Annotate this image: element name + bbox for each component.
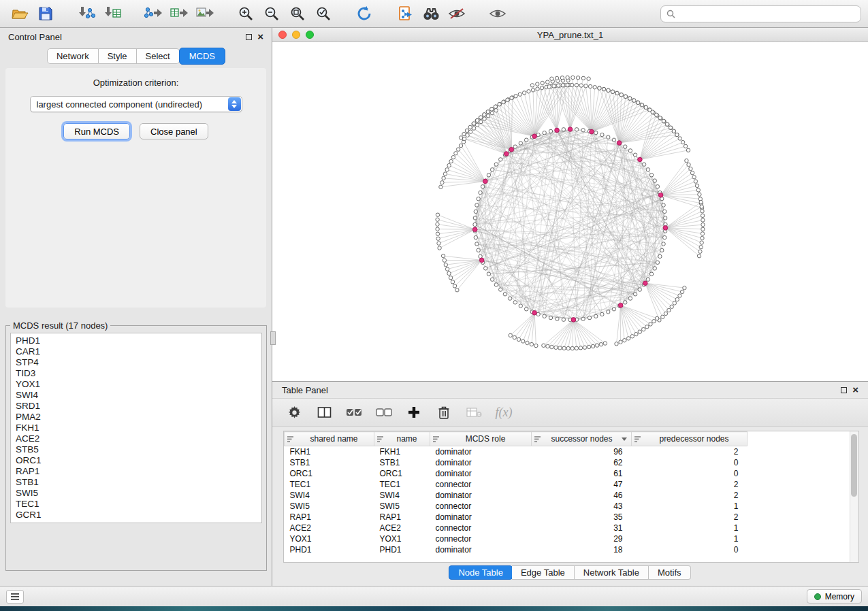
refresh-button[interactable]: [351, 2, 377, 25]
mcds-result-item[interactable]: TEC1: [16, 499, 257, 510]
mcds-result-item[interactable]: ORC1: [16, 455, 257, 466]
select-all-button[interactable]: [342, 401, 366, 424]
import-network-button[interactable]: [74, 2, 99, 25]
column-header-successor-nodes[interactable]: successor nodes: [532, 432, 632, 446]
window-minimize-icon[interactable]: [292, 31, 300, 39]
cell-predecessor-nodes[interactable]: 2: [632, 446, 748, 457]
cell-predecessor-nodes[interactable]: 2: [632, 490, 748, 501]
save-session-button[interactable]: [33, 2, 59, 25]
cell-predecessor-nodes[interactable]: 0: [632, 457, 748, 468]
deselect-all-button[interactable]: [372, 401, 396, 424]
table-row[interactable]: ACE2ACE2connector311: [285, 523, 748, 533]
mcds-result-item[interactable]: STB5: [16, 444, 257, 455]
cell-successor-nodes[interactable]: 31: [532, 523, 632, 533]
cell-mcds-role[interactable]: connector: [430, 501, 532, 512]
cell-predecessor-nodes[interactable]: 0: [632, 468, 748, 479]
search-input[interactable]: [679, 9, 855, 19]
window-zoom-icon[interactable]: [306, 31, 314, 39]
cell-mcds-role[interactable]: connector: [430, 523, 532, 533]
cell-successor-nodes[interactable]: 35: [532, 512, 632, 523]
mcds-result-item[interactable]: RAP1: [16, 466, 257, 477]
tab-network-table[interactable]: Network Table: [575, 565, 649, 580]
mcds-result-item[interactable]: YOX1: [16, 379, 257, 390]
export-network-button[interactable]: [140, 2, 166, 25]
tab-network[interactable]: Network: [47, 48, 99, 64]
function-builder-button[interactable]: f(x): [492, 401, 516, 424]
tab-select[interactable]: Select: [137, 48, 180, 64]
cell-successor-nodes[interactable]: 43: [532, 501, 632, 512]
cell-name[interactable]: YOX1: [374, 533, 430, 544]
table-scrollbar[interactable]: [850, 431, 858, 562]
close-table-panel-icon[interactable]: ×: [852, 386, 858, 394]
cell-successor-nodes[interactable]: 46: [532, 490, 632, 501]
cell-name[interactable]: FKH1: [374, 446, 430, 457]
cell-predecessor-nodes[interactable]: 1: [632, 523, 748, 533]
table-scrollbar-thumb[interactable]: [851, 434, 857, 497]
cell-shared-name[interactable]: PHD1: [285, 544, 374, 555]
table-row[interactable]: TEC1TEC1connector472: [285, 479, 748, 490]
hide-details-button[interactable]: [444, 2, 470, 25]
mcds-result-item[interactable]: TID3: [16, 368, 257, 379]
cell-name[interactable]: STB1: [374, 457, 430, 468]
mcds-result-item[interactable]: SRD1: [16, 401, 257, 412]
close-panel-icon[interactable]: ×: [257, 33, 263, 41]
close-mcds-panel-button[interactable]: Close panel: [140, 123, 208, 139]
zoom-fit-button[interactable]: [285, 2, 310, 25]
cell-predecessor-nodes[interactable]: 2: [632, 512, 748, 523]
cell-successor-nodes[interactable]: 62: [532, 457, 632, 468]
table-row[interactable]: ORC1ORC1dominator610: [285, 468, 748, 479]
cell-name[interactable]: ORC1: [374, 468, 430, 479]
cell-name[interactable]: TEC1: [374, 479, 430, 490]
cell-predecessor-nodes[interactable]: 1: [632, 501, 748, 512]
table-row[interactable]: SWI5SWI5connector431: [285, 501, 748, 512]
cell-predecessor-nodes[interactable]: 1: [632, 533, 748, 544]
cell-mcds-role[interactable]: dominator: [430, 457, 532, 468]
cell-successor-nodes[interactable]: 47: [532, 479, 632, 490]
import-table-button[interactable]: [99, 2, 125, 25]
cell-mcds-role[interactable]: connector: [430, 533, 532, 544]
delete-table-button[interactable]: [462, 401, 486, 424]
table-row[interactable]: STB1STB1dominator620: [285, 457, 748, 468]
cell-shared-name[interactable]: STB1: [285, 457, 374, 468]
cell-mcds-role[interactable]: dominator: [430, 446, 532, 457]
float-panel-icon[interactable]: [246, 34, 252, 40]
tab-style[interactable]: Style: [99, 48, 137, 64]
network-canvas[interactable]: [272, 42, 868, 381]
cell-shared-name[interactable]: YOX1: [285, 533, 374, 544]
split-pane-handle[interactable]: [270, 331, 276, 345]
tab-node-table[interactable]: Node Table: [449, 565, 513, 580]
mcds-result-list[interactable]: PHD1CAR1STP4TID3YOX1SWI4SRD1PMA2FKH1ACE2…: [10, 333, 262, 523]
table-settings-button[interactable]: [282, 401, 306, 424]
show-details-button[interactable]: [485, 2, 511, 25]
cell-successor-nodes[interactable]: 29: [532, 533, 632, 544]
cell-shared-name[interactable]: TEC1: [285, 479, 374, 490]
mcds-result-item[interactable]: PMA2: [16, 412, 257, 423]
tab-mcds[interactable]: MCDS: [179, 48, 225, 65]
cell-shared-name[interactable]: SWI5: [285, 501, 374, 512]
column-header-predecessor-nodes[interactable]: predecessor nodes: [632, 432, 748, 446]
status-menu-button[interactable]: [6, 590, 24, 604]
cell-successor-nodes[interactable]: 96: [532, 446, 632, 457]
find-button[interactable]: [418, 2, 444, 25]
cell-predecessor-nodes[interactable]: 0: [632, 544, 748, 555]
column-visibility-button[interactable]: [312, 401, 336, 424]
cell-predecessor-nodes[interactable]: 2: [632, 479, 748, 490]
open-file-button[interactable]: [7, 2, 33, 25]
cell-successor-nodes[interactable]: 18: [532, 544, 632, 555]
cell-name[interactable]: RAP1: [374, 512, 430, 523]
cell-mcds-role[interactable]: dominator: [430, 544, 532, 555]
zoom-selected-button[interactable]: [310, 2, 336, 25]
delete-row-button[interactable]: [432, 401, 456, 424]
mcds-result-item[interactable]: CAR1: [16, 346, 257, 357]
memory-button[interactable]: Memory: [807, 589, 862, 604]
window-close-icon[interactable]: [278, 31, 287, 39]
mcds-result-item[interactable]: PHD1: [16, 335, 257, 346]
cell-mcds-role[interactable]: dominator: [430, 512, 532, 523]
clone-network-button[interactable]: [392, 2, 418, 25]
cell-name[interactable]: SWI4: [374, 490, 430, 501]
mcds-result-item[interactable]: SWI4: [16, 390, 257, 401]
table-row[interactable]: FKH1FKH1dominator962: [285, 446, 748, 457]
zoom-in-button[interactable]: [233, 2, 259, 25]
run-mcds-button[interactable]: Run MCDS: [63, 123, 130, 139]
mcds-result-item[interactable]: ACE2: [16, 433, 257, 444]
